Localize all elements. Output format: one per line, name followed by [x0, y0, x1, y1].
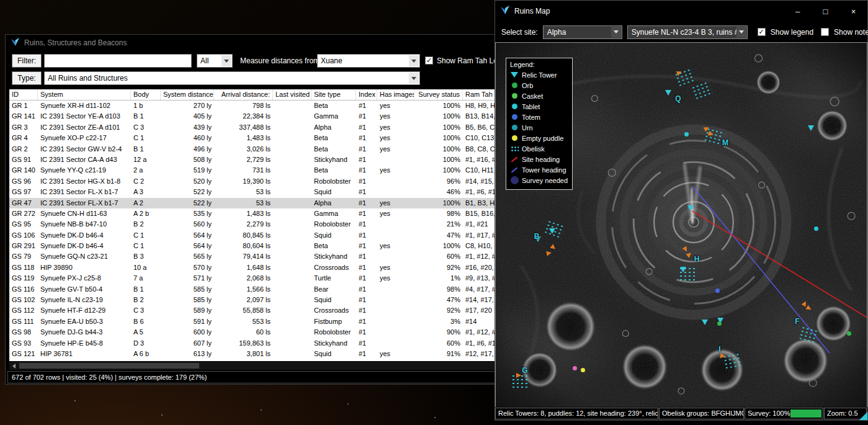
- column-header[interactable]: System distance: [161, 89, 214, 100]
- column-header[interactable]: ID: [9, 89, 38, 100]
- table-cell: Synuefe EA-U b50-3: [38, 316, 131, 327]
- table-row[interactable]: GS 95Synuefe NB-B b47-10B 2560 ly2,279 l…: [9, 219, 535, 230]
- table-row[interactable]: GS 96IC 2391 Sector HG-X b1-8C 2520 ly19…: [9, 176, 535, 187]
- column-header[interactable]: Index: [356, 89, 377, 100]
- table-cell: #1: [356, 144, 377, 154]
- table-cell: [273, 305, 311, 316]
- column-header[interactable]: Last visited: [273, 89, 311, 100]
- app-icon: [11, 37, 20, 49]
- scroll-left-icon[interactable]: [9, 362, 18, 370]
- table-row[interactable]: GS 116Synuefe GV-T b50-4B 1585 ly1,566 l…: [9, 284, 535, 295]
- site-type-value: Alpha: [544, 26, 622, 38]
- table-cell: 564 ly: [161, 230, 214, 241]
- table-cell: C 3: [131, 305, 161, 316]
- table-row[interactable]: GS 118HIP 3989010 a570 ly1,648 lsCrossro…: [9, 262, 535, 273]
- table-cell: #1: [356, 262, 377, 273]
- table-cell: A 2: [131, 198, 161, 208]
- left-window-titlebar[interactable]: Ruins, Structures and Beacons: [6, 35, 539, 51]
- table-row[interactable]: GR 1Synuefe XR-H d11-1021 b270 ly798 lsB…: [9, 101, 535, 111]
- table-cell: 585 ly: [161, 284, 214, 295]
- maximize-button[interactable]: □: [812, 1, 839, 22]
- relic-tower-marker: [665, 90, 671, 96]
- table-cell: [273, 230, 311, 241]
- table-row[interactable]: GS 111Synuefe EA-U b50-3B 6591 ly553 lsF…: [9, 316, 535, 327]
- table-cell: 3,801 ls: [214, 349, 273, 359]
- ruins-map-canvas[interactable]: QMBHFIG Legend: Relic TowerOrbCasketTabl…: [495, 42, 867, 408]
- table-cell: B 1: [131, 284, 161, 295]
- minimize-button[interactable]: –: [784, 1, 812, 22]
- column-header[interactable]: Arrival distance:: [214, 89, 273, 100]
- column-header[interactable]: Survey status: [414, 89, 463, 100]
- table-cell: [273, 219, 311, 230]
- table-row[interactable]: GR 2IC 2391 Sector GW-V b2-4B 1496 ly3,0…: [9, 144, 535, 154]
- filter-input[interactable]: [44, 54, 192, 68]
- resize-grip-icon[interactable]: [859, 412, 867, 420]
- show-notes-checkbox[interactable]: [821, 28, 829, 36]
- table-cell: 96%: [414, 176, 463, 187]
- table-cell: 79,414 ls: [214, 251, 273, 262]
- table-cell: GS 118: [9, 262, 38, 273]
- table-row[interactable]: GS 98Synuefe DJ-G b44-3A 5600 ly60 lsRob…: [9, 327, 535, 338]
- table-row[interactable]: GS 102Synuefe IL-N c23-19B 2585 ly2,097 …: [9, 295, 535, 305]
- table-row[interactable]: GS 91IC 2391 Sector CA-A d4312 a508 ly2,…: [9, 154, 535, 165]
- site-dropdown[interactable]: Synuefe NL-N c23-4 B 3, ruins #3: [627, 25, 748, 39]
- table-row[interactable]: GR 272Synuefe CN-H d11-63A 2 b535 ly1,48…: [9, 208, 535, 219]
- table-cell: 10 a: [131, 262, 161, 273]
- column-header[interactable]: System: [38, 89, 131, 100]
- select-site-label: Select site:: [501, 28, 538, 37]
- type-value: All Ruins and Structures: [45, 72, 419, 84]
- obelisk-group-letter: G: [522, 366, 527, 375]
- table-row[interactable]: GR 141IC 2391 Sector YE-A d103B 1405 ly2…: [9, 111, 535, 122]
- table-cell: [377, 251, 414, 262]
- casket-icon: [510, 92, 519, 101]
- table-row[interactable]: GR 140Synuefe YY-Q c21-192 a519 ly731 ls…: [9, 165, 535, 176]
- table-row[interactable]: GR 291Synuefe DK-D b46-4C 1564 ly80,604 …: [9, 241, 535, 251]
- filter-scope-dropdown[interactable]: All: [197, 54, 233, 68]
- table-row[interactable]: GR 4Synuefe XO-P c22-17C 1460 ly1,483 ls…: [9, 133, 535, 143]
- site-type-dropdown[interactable]: Alpha: [543, 25, 622, 39]
- obelisk-icon: [510, 145, 519, 153]
- table-row[interactable]: GS 121HIP 36781A 6 b613 ly3,801 lsSquid#…: [9, 349, 535, 359]
- table-cell: 53 ls: [214, 187, 273, 197]
- table-cell: 21%: [414, 219, 463, 230]
- table-cell: B 6: [131, 316, 161, 327]
- legend-item: Tower heading: [510, 164, 569, 175]
- table-row[interactable]: GS 119Synuefe PX-J c25-87 a571 ly2,068 l…: [9, 273, 535, 284]
- table-row[interactable]: GR 3IC 2391 Sector ZE-A d101C 3439 ly337…: [9, 122, 535, 133]
- table-row[interactable]: GS 106Synuefe DK-D b46-4C 1564 ly80,845 …: [9, 230, 535, 241]
- table-cell: 1,483 ls: [214, 208, 273, 219]
- table-cell: 47%: [414, 230, 463, 241]
- table-cell: GS 106: [9, 230, 38, 241]
- table-cell: #1: [356, 273, 377, 284]
- table-cell: Turtle: [311, 273, 356, 284]
- table-cell: 100%: [414, 198, 463, 208]
- table-row[interactable]: GS 112Synuefe HT-F d12-29C 3589 ly55,858…: [9, 305, 535, 316]
- table-cell: GR 140: [9, 165, 38, 176]
- close-button[interactable]: ×: [839, 1, 867, 22]
- table-row[interactable]: GS 93Synuefe HP-E b45-8D 3607 ly159,863 …: [9, 338, 535, 349]
- column-header[interactable]: Site type: [311, 89, 356, 100]
- table-row[interactable]: GS 79Synuefe GQ-N c23-21B 3565 ly79,414 …: [9, 251, 535, 262]
- legend-item: Site heading: [510, 154, 569, 164]
- table-cell: GS 98: [9, 327, 38, 338]
- measure-from-dropdown[interactable]: Xuane: [317, 54, 420, 68]
- show-ram-tah-checkbox[interactable]: ✓: [425, 56, 433, 65]
- filter-button[interactable]: Filter:: [12, 54, 42, 68]
- column-header[interactable]: Has images: [377, 89, 414, 100]
- show-legend-checkbox[interactable]: ✓: [758, 28, 766, 36]
- type-button[interactable]: Type:: [12, 71, 42, 85]
- puddle-item-dot: [581, 368, 585, 372]
- horizontal-scrollbar[interactable]: [9, 362, 535, 370]
- scrollbar-thumb[interactable]: [19, 363, 199, 369]
- table-row[interactable]: GR 47IC 2391 Sector FL-X b1-7A 2522 ly53…: [9, 198, 535, 208]
- table-cell: [273, 198, 311, 208]
- table-cell: IC 2391 Sector HG-X b1-8: [38, 176, 131, 187]
- map-window-titlebar[interactable]: Ruins Map – □ ×: [495, 1, 867, 22]
- table-cell: 92%: [414, 305, 463, 316]
- measure-distances-label: Measure distances from:: [240, 54, 321, 68]
- table-row[interactable]: GS 97IC 2391 Sector FL-X b1-7A 3522 ly53…: [9, 187, 535, 197]
- chevron-down-icon: [221, 55, 231, 66]
- column-header[interactable]: Body: [131, 89, 161, 100]
- table-cell: 565 ly: [161, 251, 214, 262]
- type-dropdown[interactable]: All Ruins and Structures: [44, 71, 420, 85]
